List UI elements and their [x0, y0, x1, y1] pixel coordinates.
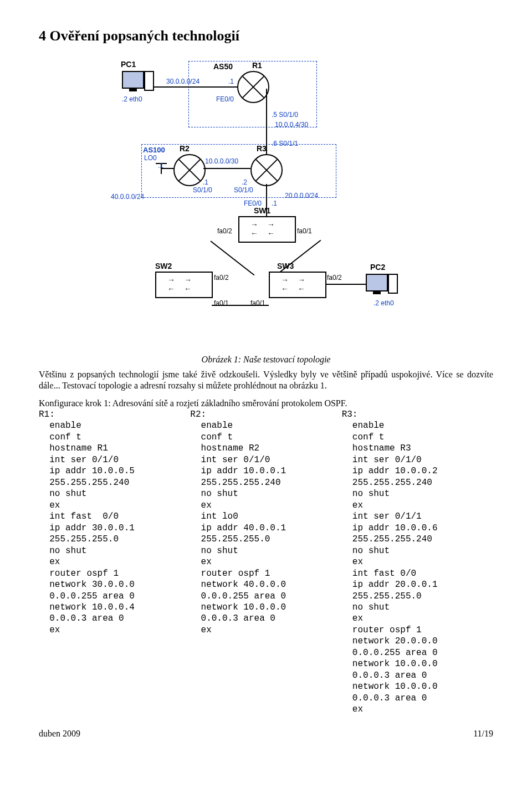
- paragraph-1: Většinu z popsaných technologií jsme tak…: [39, 369, 493, 391]
- pc1-eth: .2 eth0: [122, 95, 142, 103]
- col-r3: R3: enable conf t hostname R3 int ser 0/…: [342, 409, 493, 715]
- paragraph-2: Konfigurace krok 1: Adresování sítě a ro…: [39, 398, 493, 409]
- sw2-label: SW2: [155, 262, 172, 270]
- r2-dot1: .1: [203, 178, 208, 186]
- config-columns: R1: enable conf t hostname R1 int ser 0/…: [39, 409, 493, 715]
- r3-label: R3: [257, 144, 267, 153]
- network-diagram: AS50 AS100 PC1 30.0.0.0/24 .2 eth0 .1 FE…: [39, 55, 493, 349]
- r1-dot1-left: .1: [228, 78, 234, 85]
- link-pc1-r1: [154, 86, 237, 88]
- sw1-label: SW1: [254, 206, 270, 215]
- r3-dot6-s011: .6 S0/1/1: [272, 140, 298, 147]
- link-r2-r3: [203, 168, 250, 169]
- link-sw1-sw2: [210, 241, 254, 275]
- r3-dot2: .2: [242, 178, 247, 186]
- page-heading: 4 Ověření popsaných technologií: [39, 28, 493, 44]
- col-r2: R2: enable conf t hostname R2 int ser 0/…: [190, 409, 341, 715]
- col-r1-body: enable conf t hostname R1 int ser 0/1/0 …: [39, 421, 135, 635]
- sw3-label: SW3: [277, 262, 294, 270]
- net-10-4: 10.0.0.4/30: [275, 121, 308, 129]
- diagram-canvas: AS50 AS100 PC1 30.0.0.0/24 .2 eth0 .1 FE…: [111, 55, 421, 349]
- sw2-icon: → → ← ←: [155, 272, 213, 298]
- link-sw2-sw3: [212, 305, 269, 306]
- sw2-fa02: fa0/2: [214, 274, 229, 282]
- as50-label: AS50: [213, 62, 233, 71]
- r2-s010: S0/1/0: [193, 186, 212, 194]
- r3-dot1-down: .1: [272, 200, 277, 207]
- r2-icon: [173, 154, 206, 186]
- lo0-label: LO0: [144, 154, 157, 162]
- col-r1-head: R1:: [39, 410, 55, 420]
- r1-icon: [237, 71, 269, 103]
- r1-fe00: FE0/0: [216, 95, 234, 103]
- pc1-icon: [122, 71, 144, 89]
- net20: 20.0.0.0/24: [285, 192, 318, 200]
- col-r1: R1: enable conf t hostname R1 int ser 0/…: [39, 409, 190, 715]
- page-footer: duben 2009 11/19: [39, 729, 493, 739]
- footer-page: 11/19: [473, 729, 493, 739]
- col-r3-head: R3:: [342, 410, 358, 420]
- sw1-fa02: fa0/2: [217, 227, 232, 235]
- figure-caption: Obrázek 1: Naše testovací topologie: [39, 355, 493, 365]
- lo0-dot1: .1: [158, 162, 163, 170]
- sw3-fa02-top: fa0/2: [327, 274, 342, 282]
- pc2-label: PC2: [370, 263, 385, 272]
- col-r3-body: enable conf t hostname R3 int ser 0/1/0 …: [342, 421, 438, 714]
- pc1-net: 30.0.0.0/24: [166, 78, 200, 85]
- sw1-icon: → → ← ←: [238, 216, 296, 243]
- as100-label: AS100: [143, 146, 165, 154]
- r3-icon: [250, 154, 283, 186]
- sw1-fa01: fa0/1: [297, 227, 312, 235]
- link-sw3-pc2: [325, 284, 367, 285]
- pc1-label: PC1: [121, 60, 136, 69]
- r1-label: R1: [252, 61, 262, 70]
- net40: 40.0.0.0/24: [111, 193, 144, 201]
- col-r2-body: enable conf t hostname R2 int ser 0/1/0 …: [190, 421, 286, 635]
- col-r2-head: R2:: [190, 410, 206, 420]
- r3-s010: S0/1/0: [234, 186, 253, 194]
- pc2-eth: .2 eth0: [374, 299, 394, 307]
- sw3-icon: → → ← ←: [269, 272, 326, 298]
- r2-label: R2: [180, 144, 190, 153]
- footer-date: duben 2009: [39, 729, 80, 739]
- net10-0: 10.0.0.0/30: [205, 157, 238, 165]
- pc2-icon: [366, 274, 388, 291]
- r1-s010-dot5: .5 S0/1/0: [272, 111, 298, 119]
